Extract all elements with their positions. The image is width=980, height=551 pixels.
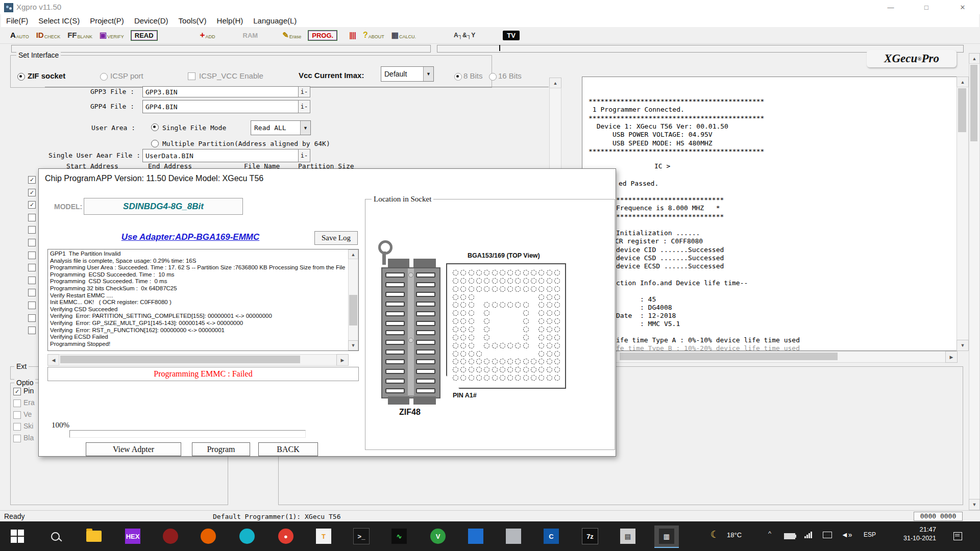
taskbar-firefox[interactable]: [196, 525, 220, 547]
single-file-mode-radio[interactable]: [151, 123, 159, 131]
menu-item-3[interactable]: Device(D): [129, 16, 174, 25]
log-scroll-down-icon[interactable]: ▼: [957, 340, 969, 351]
gpp4-field[interactable]: GPP4.BIN: [142, 100, 299, 113]
taskbar-record-app[interactable]: ●: [274, 525, 298, 547]
outer-scrollbar[interactable]: [969, 63, 980, 500]
partition-checkbox-5[interactable]: [28, 239, 36, 246]
log-vscroll-thumb[interactable]: [958, 88, 966, 132]
toolbar-about-button[interactable]: ?ABOUT: [363, 31, 384, 39]
bits16-radio[interactable]: [489, 73, 497, 81]
menu-item-2[interactable]: Project(P): [85, 16, 129, 25]
dialog-hscroll-right-icon[interactable]: ▶: [336, 354, 349, 366]
partition-checkbox-11[interactable]: [28, 314, 36, 322]
clock-date[interactable]: 31-10-2021: [892, 535, 936, 542]
network-icon[interactable]: [804, 532, 812, 538]
battery-icon[interactable]: [784, 533, 795, 541]
taskbar-audio-tool[interactable]: ∿: [387, 525, 411, 547]
zif-socket-radio[interactable]: [17, 73, 25, 81]
toolbar-check-button[interactable]: IDCHECK: [36, 31, 61, 39]
gpp3-browse-button[interactable]: i-: [298, 86, 310, 97]
dialog-log-down-icon[interactable]: ▼: [348, 340, 358, 350]
menu-item-1[interactable]: Select IC(S): [33, 16, 85, 25]
toolbar-erase-button[interactable]: ✎Erase: [282, 31, 301, 39]
volume-icon[interactable]: ◄»: [841, 531, 852, 539]
toolbar-tv-button[interactable]: TV: [503, 31, 520, 40]
toolbar-read-button[interactable]: READ: [131, 31, 157, 40]
back-button[interactable]: BACK: [258, 442, 318, 456]
clock-time[interactable]: 21:47: [898, 525, 936, 533]
option-checkbox-pin[interactable]: ✓: [13, 388, 21, 395]
taskbar-start[interactable]: [5, 525, 30, 547]
toolbar-prog-button[interactable]: PROG.: [308, 31, 337, 40]
zif-socket-label[interactable]: ZIF socket: [28, 71, 65, 80]
partition-checkbox-0[interactable]: ✓: [28, 176, 36, 184]
read-mode-dropdown[interactable]: Read ALL ▼: [251, 120, 311, 135]
language-indicator[interactable]: ESP: [864, 531, 876, 538]
minimize-button[interactable]: —: [876, 0, 905, 14]
maximize-button[interactable]: □: [912, 0, 941, 14]
close-button[interactable]: ✕: [948, 0, 977, 14]
partition-checkbox-2[interactable]: ✓: [28, 201, 36, 209]
toolbar-auto-button[interactable]: AAUTO: [10, 31, 29, 39]
dialog-log-hthumb[interactable]: [60, 356, 300, 363]
dialog-hscroll-left-icon[interactable]: ◀: [47, 354, 60, 366]
log-vscrollbar[interactable]: [957, 87, 969, 341]
taskbar-seven-zip[interactable]: 7z: [578, 525, 602, 547]
taskbar-search[interactable]: [43, 525, 67, 547]
tray-chevron-icon[interactable]: ^: [768, 530, 771, 537]
gpp4-browse-button[interactable]: i-: [298, 100, 310, 113]
partition-checkbox-8[interactable]: [28, 277, 36, 284]
partition-checkbox-1[interactable]: ✓: [28, 189, 36, 196]
partition-checkbox-6[interactable]: [28, 252, 36, 259]
bits8-radio[interactable]: [454, 73, 462, 81]
icsp-port-radio[interactable]: [100, 73, 108, 81]
partition-checkbox-4[interactable]: [28, 226, 36, 234]
log-scroll-right-icon[interactable]: ▶: [945, 351, 958, 363]
taskbar-blue-app[interactable]: [463, 525, 488, 547]
multi-partition-label[interactable]: Multiple Partition(Address aligned by 64…: [162, 140, 330, 147]
weather-moon-icon[interactable]: ☾: [710, 529, 719, 540]
toolbar-ram-button[interactable]: RAM: [243, 32, 258, 39]
taskbar-blue-c-app[interactable]: C: [539, 525, 564, 547]
icsp-vcc-checkbox[interactable]: [188, 72, 195, 80]
multi-partition-radio[interactable]: [151, 140, 159, 147]
taskbar-t-programmer[interactable]: T: [311, 525, 336, 547]
taskbar-gray-app[interactable]: [501, 525, 526, 547]
partition-checkbox-10[interactable]: [28, 302, 36, 309]
option-checkbox-ve[interactable]: [13, 411, 21, 419]
option-checkbox-bla[interactable]: [13, 435, 21, 442]
dialog-log-vscrollbar[interactable]: [348, 259, 358, 342]
partition-checkbox-12[interactable]: [28, 327, 36, 334]
outer-scroll-up-icon[interactable]: ▲: [969, 53, 980, 64]
menu-item-4[interactable]: Tools(V): [174, 16, 212, 25]
menu-item-6[interactable]: Language(L): [248, 16, 302, 25]
dialog-log-box[interactable]: GPP1 The Partition InvalidAnalysis file …: [47, 249, 359, 351]
partition-checkbox-7[interactable]: [28, 264, 36, 271]
user-file-browse-button[interactable]: i-: [298, 149, 310, 162]
taskbar-dark-red-app[interactable]: [158, 525, 183, 547]
dialog-log-vthumb[interactable]: [349, 295, 357, 325]
log-scroll-up-icon[interactable]: ▲: [957, 77, 969, 88]
dialog-log-hscrollbar[interactable]: [59, 354, 337, 366]
option-checkbox-era[interactable]: [13, 399, 21, 407]
taskbar-hex-editor[interactable]: HEX: [120, 525, 145, 547]
dialog-log-up-icon[interactable]: ▲: [348, 249, 358, 260]
outer-scroll-down-icon[interactable]: ▼: [969, 499, 980, 510]
partition-checkbox-3[interactable]: [28, 214, 36, 221]
log-hscroll-thumb[interactable]: [620, 353, 838, 360]
view-adapter-button[interactable]: View Adpter: [86, 442, 181, 456]
ethernet-icon[interactable]: [823, 532, 832, 540]
notification-center-icon[interactable]: [953, 532, 962, 542]
taskbar-file-explorer[interactable]: [82, 525, 106, 547]
toolbar-calcu-button[interactable]: ▦CALCU.: [391, 31, 416, 39]
toolbar-verify-button[interactable]: ▣VERIFY: [100, 31, 124, 39]
taskbar-terminal[interactable]: >_: [349, 525, 374, 547]
weather-temp[interactable]: 18°C: [727, 531, 742, 539]
gpp3-field[interactable]: GPP3.BIN: [142, 86, 299, 97]
log-hscrollbar[interactable]: [582, 351, 958, 363]
list-scroll-up-icon[interactable]: ▲: [549, 78, 561, 89]
taskbar-xgpro-active[interactable]: ▥: [654, 525, 679, 548]
menu-item-0[interactable]: File(F): [1, 16, 33, 25]
taskbar-printer-app[interactable]: ▤: [616, 525, 640, 547]
toolbar-logic-button[interactable]: A┐&┐Y: [454, 31, 475, 39]
